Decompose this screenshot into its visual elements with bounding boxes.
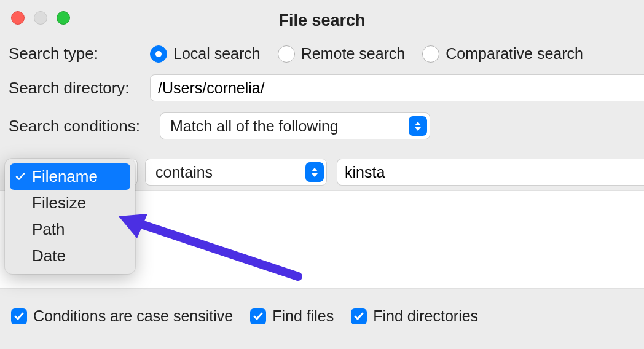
dropdown-item-label: Filesize — [32, 194, 86, 212]
radio-label: Comparative search — [446, 45, 583, 63]
radio-comparative-search[interactable]: Comparative search — [422, 45, 583, 63]
radio-label: Local search — [173, 45, 261, 63]
radio-remote-search[interactable]: Remote search — [278, 45, 406, 63]
checkbox-find-directories[interactable]: Find directories — [351, 307, 478, 325]
dropdown-item-filesize[interactable]: Filesize — [10, 190, 130, 216]
condition-operator-select[interactable]: contains — [145, 159, 327, 186]
divider — [9, 347, 644, 347]
checkbox-label: Find files — [272, 307, 334, 325]
dropdown-item-label: Path — [32, 220, 65, 238]
checkbox-find-files[interactable]: Find files — [250, 307, 334, 325]
search-type-label: Search type: — [9, 44, 150, 63]
checkbox-checked-icon — [351, 308, 367, 324]
dropdown-item-path[interactable]: Path — [10, 216, 130, 243]
search-conditions-label: Search conditions: — [9, 117, 160, 136]
check-icon — [15, 167, 26, 186]
search-conditions-row: Search conditions: Match all of the foll… — [9, 112, 644, 139]
window-title: File search — [0, 11, 644, 30]
checkbox-label: Conditions are case sensitive — [33, 307, 233, 325]
search-form: Search type: Local search Remote search … — [9, 44, 644, 151]
radio-unselected-icon — [278, 45, 295, 63]
checkbox-checked-icon — [250, 308, 266, 324]
bottom-options-bar: Conditions are case sensitive Find files… — [11, 307, 478, 325]
match-conditions-select[interactable]: Match all of the following — [160, 112, 430, 139]
search-directory-input[interactable] — [150, 74, 644, 101]
select-value: contains — [155, 163, 213, 181]
checkbox-case-sensitive[interactable]: Conditions are case sensitive — [11, 307, 233, 325]
radio-local-search[interactable]: Local search — [150, 45, 261, 63]
chevron-updown-icon — [305, 162, 324, 182]
dropdown-item-label: Date — [32, 246, 66, 265]
dropdown-item-filename[interactable]: Filename — [10, 163, 130, 190]
search-type-row: Search type: Local search Remote search … — [9, 44, 644, 63]
condition-field-dropdown-menu: Filename Filesize Path Date — [5, 159, 135, 274]
chevron-updown-icon — [409, 116, 427, 136]
dropdown-item-date[interactable]: Date — [10, 243, 130, 269]
radio-selected-icon — [150, 45, 167, 63]
search-type-radio-group: Local search Remote search Comparative s… — [150, 45, 583, 63]
checkbox-checked-icon — [11, 308, 27, 324]
search-directory-row: Search directory: — [9, 74, 644, 101]
radio-unselected-icon — [422, 45, 439, 63]
condition-value-input[interactable] — [337, 159, 644, 186]
search-directory-label: Search directory: — [9, 79, 150, 98]
select-value: Match all of the following — [170, 117, 339, 135]
checkbox-label: Find directories — [373, 307, 478, 325]
radio-label: Remote search — [301, 45, 406, 63]
dropdown-item-label: Filename — [32, 167, 98, 186]
